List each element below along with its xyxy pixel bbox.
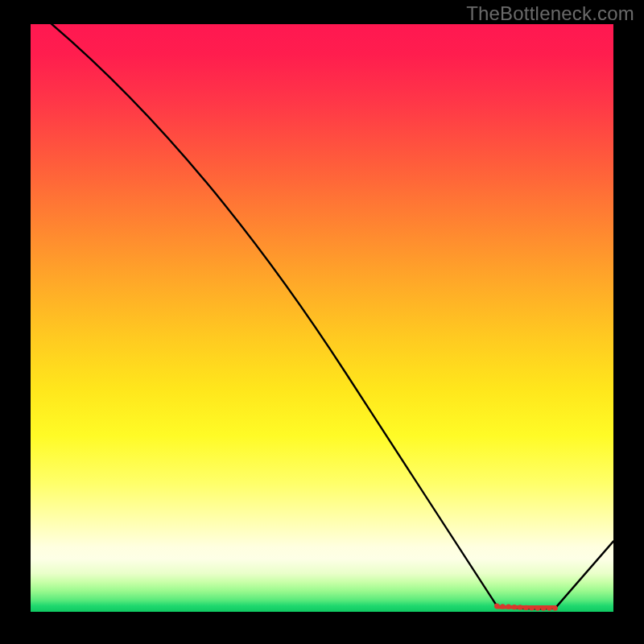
data-line [31,24,613,609]
watermark-text: TheBottleneck.com [466,2,634,25]
overlay-svg [31,24,613,612]
svg-point-2 [500,604,505,609]
svg-point-3 [506,605,510,609]
plot-area [31,24,613,612]
svg-point-11 [552,605,557,610]
svg-point-7 [529,605,534,610]
marker-dots [494,604,558,611]
svg-point-10 [547,605,551,610]
svg-point-9 [541,605,546,610]
svg-point-6 [523,605,528,610]
chart-frame: TheBottleneck.com [0,0,644,644]
svg-point-4 [512,605,517,609]
svg-point-8 [535,605,540,610]
svg-point-1 [494,604,499,609]
plot-inner [31,24,613,612]
svg-point-5 [518,605,522,609]
